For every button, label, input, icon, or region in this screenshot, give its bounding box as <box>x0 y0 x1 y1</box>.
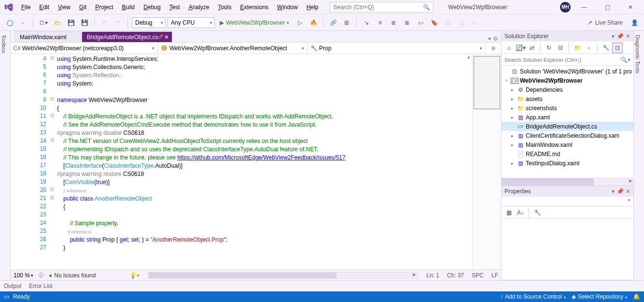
menu-extensions[interactable]: Extensions <box>236 2 272 13</box>
tab-overflow-icon[interactable]: ▾ <box>488 35 491 42</box>
minimize-button[interactable]: — <box>574 0 594 14</box>
tree-item[interactable]: C#BridgeAddRemoteObject.cs <box>502 122 633 131</box>
tree-item[interactable]: ▸▦MainWindow.xaml <box>502 140 633 149</box>
properties-object-combo[interactable] <box>502 197 633 206</box>
menu-analyze[interactable]: Analyze <box>185 2 213 13</box>
menu-help[interactable]: Help <box>303 2 322 13</box>
pin-icon[interactable]: 📌 <box>616 33 624 40</box>
menu-git[interactable]: Git <box>75 2 90 13</box>
config-combo[interactable]: Debug <box>132 17 166 28</box>
open-file-button[interactable]: 🗁 <box>52 17 63 29</box>
start-nodebug-button[interactable]: ▷ <box>294 17 306 29</box>
menu-file[interactable]: File <box>17 2 34 13</box>
solution-explorer-header[interactable]: Solution Explorer ▾📌✕ <box>502 31 633 42</box>
scroll-up-icon[interactable]: ▲ <box>466 54 471 59</box>
live-share-button[interactable]: ↗Live Share <box>584 19 627 26</box>
menu-test[interactable]: Test <box>166 2 184 13</box>
solution-tree[interactable]: ⊡Solution 'WebView2WpfBrowser' (1 of 1 p… <box>502 66 633 178</box>
se-hscrollbar[interactable]: ◀▶ <box>502 178 633 186</box>
lightbulb-icon[interactable]: 💡▾ <box>129 272 140 279</box>
hot-reload-button[interactable]: 🔥 <box>308 17 319 29</box>
menu-edit[interactable]: Edit <box>35 2 53 13</box>
minimap[interactable] <box>472 54 501 270</box>
eol-indicator[interactable]: LF <box>491 272 498 279</box>
toolbox-tab[interactable]: Toolbox <box>0 31 11 280</box>
menu-project[interactable]: Project <box>91 2 117 13</box>
pin-icon[interactable]: 📌 <box>616 188 624 195</box>
minimap-viewport[interactable] <box>474 56 500 109</box>
panel-close-icon[interactable]: ✕ <box>626 188 630 195</box>
editor-hscrollbar[interactable]: ◀▶ <box>148 272 418 279</box>
indent-indicator[interactable]: SPC <box>472 272 484 279</box>
tb-icon-8[interactable]: ◫ <box>442 17 453 29</box>
se-track-button[interactable]: ⊡ <box>612 43 623 53</box>
search-input[interactable] <box>333 4 423 11</box>
redo-button[interactable]: ↷ <box>112 17 124 29</box>
save-button[interactable]: 💾 <box>65 17 77 29</box>
nav-back-button[interactable]: ◯ <box>4 17 15 29</box>
tb-icon-6[interactable]: ▭ <box>415 17 426 29</box>
tree-item[interactable]: 📄README.md <box>502 149 633 158</box>
menu-tools[interactable]: Tools <box>214 2 235 13</box>
code-editor[interactable]: 4⊟56789⊟1011⊟121314⊟151617181920⊟21⊟2223… <box>11 54 501 270</box>
se-showall-button[interactable]: 📁 <box>572 43 583 53</box>
zoom-combo[interactable]: 100 %▾ <box>14 272 33 279</box>
tree-item[interactable]: ⊡Solution 'WebView2WpfBrowser' (1 of 1 p… <box>502 67 633 76</box>
se-preview-button[interactable]: ▫ <box>584 43 594 53</box>
prop-wrench-button[interactable]: 🔧 <box>532 207 543 218</box>
bottom-tab-error-list[interactable]: Error List <box>29 283 53 289</box>
tb-icon-3[interactable]: ≡ <box>374 17 386 29</box>
split-editor-button[interactable]: ⊕ <box>486 43 501 54</box>
col-indicator[interactable]: Ch: 37 <box>447 272 464 279</box>
pin-icon[interactable]: 📌 <box>157 34 163 40</box>
nav-scope-combo[interactable]: C#WebView2WpfBrowser (netcoreapp3.0) <box>11 43 158 54</box>
scroll-thumb[interactable] <box>149 273 336 278</box>
menu-debug[interactable]: Debug <box>140 2 164 13</box>
menu-window[interactable]: Window <box>273 2 302 13</box>
tb-icon-5[interactable]: ≣ <box>401 17 413 29</box>
se-home-button[interactable]: ⌂ <box>504 43 514 53</box>
se-sync-button[interactable]: ⇄ <box>527 43 537 53</box>
prop-cat-button[interactable]: ▦ <box>504 207 514 218</box>
se-collapse-button[interactable]: ⊟ <box>555 43 566 53</box>
close-tab-icon[interactable]: ✕ <box>164 34 169 41</box>
se-refresh-button[interactable]: ↻ <box>544 43 554 53</box>
properties-header[interactable]: Properties ▾📌✕ <box>502 186 633 197</box>
tree-item[interactable]: ▸📁screenshots <box>502 103 633 113</box>
user-avatar[interactable]: MH <box>560 2 571 13</box>
menu-build[interactable]: Build <box>118 2 139 13</box>
tb-icon-2[interactable]: ↘ <box>361 17 372 29</box>
tb-icon-10[interactable]: ▭ <box>469 17 480 29</box>
tree-item[interactable]: ▸📁assets <box>502 94 633 103</box>
tb-icon-9[interactable]: ◫ <box>455 17 467 29</box>
select-repository[interactable]: ◈Select Repository▴ <box>572 293 627 300</box>
tree-item[interactable]: ▸▦TextInputDialog.xaml <box>502 158 633 168</box>
panel-menu-icon[interactable]: ▾ <box>612 188 615 195</box>
prop-az-button[interactable]: A↓ <box>515 207 526 218</box>
maximize-button[interactable]: ▢ <box>598 0 617 14</box>
line-indicator[interactable]: Ln: 1 <box>426 272 439 279</box>
quick-search[interactable]: 🔍 <box>330 2 434 13</box>
scroll-thumb[interactable] <box>502 178 594 186</box>
save-all-button[interactable]: 💾 <box>79 17 90 29</box>
tree-item[interactable]: ▿C#WebView2WpfBrowser <box>502 76 633 85</box>
start-debug-button[interactable]: ▶WebView2WpfBrowser▾ <box>217 17 292 29</box>
menu-view[interactable]: View <box>54 2 74 13</box>
tree-item[interactable]: ▸▦App.xaml <box>502 113 633 122</box>
tb-icon-1[interactable]: ⊞ <box>341 17 352 29</box>
new-item-button[interactable]: 🗋▾ <box>37 17 50 29</box>
diagnostic-tools-tab[interactable]: Diagnostic Tools <box>633 31 644 280</box>
feedback-button[interactable]: 👤 <box>629 17 640 29</box>
issues-indicator[interactable]: ●No issues found <box>49 272 96 279</box>
tb-icon-4[interactable]: ≣ <box>388 17 399 29</box>
tab-bridgeaddremoteobject[interactable]: BridgeAddRemoteObject.cs📌✕ <box>82 31 172 42</box>
se-properties-button[interactable]: 🔧 <box>601 43 611 53</box>
tree-item[interactable]: ▸▦ClientCertificateSelectionDialog.xam <box>502 131 633 140</box>
platform-combo[interactable]: Any CPU <box>168 17 215 28</box>
undo-button[interactable]: ↶ <box>98 17 110 29</box>
panel-menu-icon[interactable]: ▾ <box>612 33 615 40</box>
solution-explorer-search[interactable]: 🔍▾ <box>502 54 633 66</box>
add-source-control[interactable]: ↑Add to Source Control▴ <box>500 293 566 300</box>
notifications-icon[interactable]: 🔔 <box>633 293 640 300</box>
quick-info-icon[interactable]: 🛈 <box>38 272 44 279</box>
